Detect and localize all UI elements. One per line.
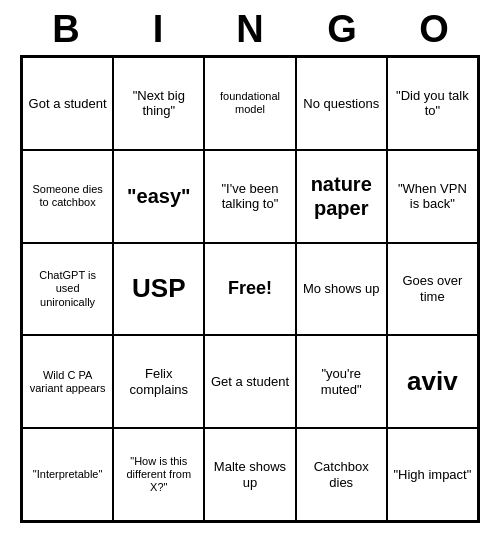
bingo-cell-10[interactable]: ChatGPT is used unironically: [22, 243, 113, 336]
bingo-cell-8[interactable]: nature paper: [296, 150, 387, 243]
bingo-cell-3[interactable]: No questions: [296, 57, 387, 150]
bingo-cell-12[interactable]: Free!: [204, 243, 295, 336]
bingo-letter: N: [210, 8, 290, 51]
bingo-cell-21[interactable]: "How is this different from X?": [113, 428, 204, 521]
bingo-header: BINGO: [20, 0, 480, 55]
bingo-cell-13[interactable]: Mo shows up: [296, 243, 387, 336]
bingo-cell-0[interactable]: Got a student: [22, 57, 113, 150]
bingo-cell-1[interactable]: "Next big thing": [113, 57, 204, 150]
bingo-cell-17[interactable]: Get a student: [204, 335, 295, 428]
bingo-cell-19[interactable]: aviv: [387, 335, 478, 428]
bingo-cell-14[interactable]: Goes over time: [387, 243, 478, 336]
bingo-letter: I: [118, 8, 198, 51]
bingo-cell-2[interactable]: foundational model: [204, 57, 295, 150]
bingo-cell-24[interactable]: "High impact": [387, 428, 478, 521]
bingo-cell-4[interactable]: "Did you talk to": [387, 57, 478, 150]
bingo-letter: O: [394, 8, 474, 51]
bingo-cell-18[interactable]: "you're muted": [296, 335, 387, 428]
bingo-letter: B: [26, 8, 106, 51]
bingo-cell-16[interactable]: Felix complains: [113, 335, 204, 428]
bingo-grid: Got a student"Next big thing"foundationa…: [20, 55, 480, 523]
bingo-cell-6[interactable]: "easy": [113, 150, 204, 243]
bingo-cell-20[interactable]: "Interpretable": [22, 428, 113, 521]
bingo-letter: G: [302, 8, 382, 51]
bingo-cell-22[interactable]: Malte shows up: [204, 428, 295, 521]
bingo-cell-5[interactable]: Someone dies to catchbox: [22, 150, 113, 243]
bingo-cell-9[interactable]: "When VPN is back": [387, 150, 478, 243]
bingo-cell-15[interactable]: Wild C PA variant appears: [22, 335, 113, 428]
bingo-cell-7[interactable]: "I've been talking to": [204, 150, 295, 243]
bingo-cell-11[interactable]: USP: [113, 243, 204, 336]
bingo-cell-23[interactable]: Catchbox dies: [296, 428, 387, 521]
